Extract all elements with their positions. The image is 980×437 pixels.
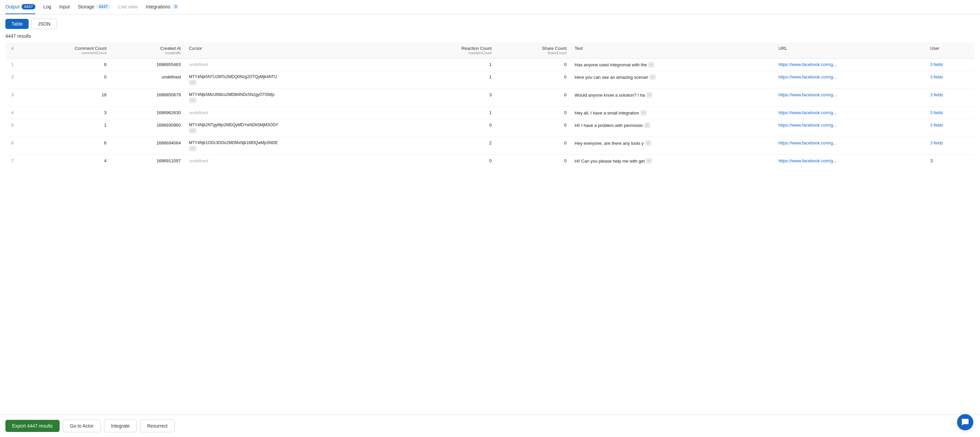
data-table-container: # Comment CountcommentCount Created Atcr… — [0, 42, 980, 415]
cursor-expand-btn[interactable]: ··· — [189, 98, 196, 103]
cell-cursor: MTY4Njk2NTgyMjo2MDQyMDYwNDk5MjM3ODY··· — [185, 119, 408, 137]
cell-num: 2 — [6, 71, 19, 89]
cell-reactioncount: 3 — [408, 89, 496, 107]
tab-log[interactable]: Log — [43, 0, 51, 14]
cell-num: 7 — [6, 155, 19, 167]
cell-reactioncount: 1 — [408, 59, 496, 71]
table-row: 511686930960MTY4Njk2NTgyMjo2MDQyMDYwNDk5… — [6, 119, 975, 137]
text-expand-btn[interactable]: ··· — [646, 158, 652, 164]
text-expand-btn[interactable]: ··· — [641, 110, 647, 116]
tab-integrations[interactable]: Integrations 0 — [146, 0, 180, 14]
cell-url[interactable]: https://www.facebook.com/g... — [775, 119, 926, 137]
cell-user[interactable]: 3 fields — [926, 119, 974, 137]
cell-cursor: undefined — [185, 107, 408, 119]
cell-sharecount: 0 — [496, 59, 571, 71]
cell-text: Hi! I have a problem with permissio ··· — [571, 119, 774, 137]
tab-integrations-badge: 0 — [172, 4, 180, 10]
chat-icon — [961, 418, 969, 426]
text-value: Has anyone used integromat with the — [574, 62, 647, 67]
table-row: 431686962630undefined10Hey all, I have a… — [6, 107, 975, 119]
col-header-cursor: Cursor — [185, 43, 408, 59]
cell-sharecount: 0 — [496, 137, 571, 155]
cell-reactioncount: 0 — [408, 155, 496, 167]
cursor-expand-btn[interactable]: ··· — [189, 146, 196, 151]
text-expand-btn[interactable]: ··· — [646, 92, 652, 98]
col-header-sharecount: Share CountshareCount — [496, 43, 571, 59]
user-fields-badge[interactable]: 3 fields — [930, 92, 943, 97]
resurrect-button[interactable]: Resurrect — [140, 420, 175, 432]
text-expand-btn[interactable]: ··· — [645, 140, 651, 146]
cell-reactioncount: 1 — [408, 71, 496, 89]
cell-commentcount: 0 — [19, 71, 111, 89]
user-fields-badge[interactable]: 3 fields — [930, 75, 943, 79]
json-view-button[interactable]: JSON — [31, 19, 57, 29]
tab-integrations-label: Integrations — [146, 4, 170, 10]
tab-log-label: Log — [43, 4, 51, 10]
tab-storage-badge: 4447 — [96, 4, 110, 10]
text-value: Hi! Can you please help me with get — [574, 159, 644, 164]
tab-liveview: Live view — [118, 0, 138, 14]
text-value: Would anyone know a solution? I ha — [574, 92, 645, 98]
tab-input[interactable]: Input — [59, 0, 70, 14]
cell-cursor: undefined — [185, 155, 408, 167]
cell-reactioncount: 0 — [408, 119, 496, 137]
text-value: Hi! I have a problem with permissio — [574, 123, 643, 128]
user-fields-badge[interactable]: 3 fields — [930, 141, 943, 145]
table-row: 741686911097undefined00Hi! Can you pleas… — [6, 155, 975, 167]
cell-commentcount: 1 — [19, 119, 111, 137]
cell-num: 4 — [6, 107, 19, 119]
cell-user[interactable]: 3 fields — [926, 137, 974, 155]
cell-createdat: 1686911097 — [110, 155, 185, 167]
cursor-expand-btn[interactable]: ··· — [189, 80, 196, 85]
data-table: # Comment CountcommentCount Created Atcr… — [5, 42, 975, 167]
cell-user[interactable]: 3 fields — [926, 107, 974, 119]
cell-reactioncount: 1 — [408, 107, 496, 119]
cell-user[interactable]: 3 fields — [926, 89, 974, 107]
table-header-row: # Comment CountcommentCount Created Atcr… — [6, 43, 975, 59]
cell-user[interactable]: 3 fields — [926, 59, 974, 71]
text-expand-btn[interactable]: ··· — [650, 75, 656, 80]
col-header-text: Text — [571, 43, 774, 59]
cell-cursor: undefined — [185, 59, 408, 71]
cell-url[interactable]: https://www.facebook.com/g... — [775, 59, 926, 71]
cell-cursor: MTY4Njk5NTU2MTo2MDQ0Nzg2OTQyMjk4NTU··· — [185, 71, 408, 89]
cell-user[interactable]: 3 fields — [926, 71, 974, 89]
col-header-num: # — [6, 43, 19, 59]
col-header-commentcount: Comment CountcommentCount — [19, 43, 111, 59]
user-fields-badge[interactable]: 3 fields — [930, 123, 943, 127]
cell-user[interactable]: 3 — [926, 155, 974, 167]
cursor-expand-btn[interactable]: ··· — [189, 128, 196, 133]
cell-createdat: 1686955463 — [110, 59, 185, 71]
view-toolbar: Table JSON — [0, 14, 980, 33]
cell-commentcount: 6 — [19, 137, 111, 155]
table-view-button[interactable]: Table — [5, 19, 29, 29]
cell-sharecount: 0 — [496, 119, 571, 137]
integrate-button[interactable]: Integrate — [104, 420, 137, 432]
table-row: 181686955463undefined10Has anyone used i… — [6, 59, 975, 71]
tabs-nav: Output 4447 Log Input Storage 4447 Live … — [0, 0, 980, 14]
cell-url[interactable]: https://www.facebook.com/g... — [775, 89, 926, 107]
chat-bubble-button[interactable] — [957, 414, 973, 430]
results-count: 4447 results — [0, 33, 980, 42]
cell-text: Hey everyone, are there any tools y ··· — [571, 137, 774, 155]
cell-sharecount: 0 — [496, 71, 571, 89]
cell-url[interactable]: https://www.facebook.com/g... — [775, 155, 926, 167]
user-fields-badge[interactable]: 3 fields — [930, 62, 943, 67]
tab-storage[interactable]: Storage 4447 — [78, 0, 110, 14]
cell-url[interactable]: https://www.facebook.com/g... — [775, 137, 926, 155]
cell-createdat: 1686694064 — [110, 137, 185, 155]
cell-url[interactable]: https://www.facebook.com/g... — [775, 107, 926, 119]
text-expand-btn[interactable]: ··· — [648, 62, 654, 67]
cell-num: 6 — [6, 137, 19, 155]
cell-sharecount: 0 — [496, 155, 571, 167]
cell-text: Would anyone know a solution? I ha ··· — [571, 89, 774, 107]
cell-url[interactable]: https://www.facebook.com/g... — [775, 71, 926, 89]
tab-output[interactable]: Output 4447 — [5, 0, 35, 14]
goto-actor-button[interactable]: Go to Actor — [63, 420, 101, 432]
cell-createdat: undefined — [110, 71, 185, 89]
text-value: Hey everyone, are there any tools y — [574, 141, 644, 146]
user-fields-badge[interactable]: 3 fields — [930, 110, 943, 115]
text-expand-btn[interactable]: ··· — [644, 122, 650, 128]
export-button[interactable]: Export 4447 results — [5, 420, 60, 432]
table-row: 3181686850679MTY4Njk5MzU0Mzo2MDM4NDc5Nzg… — [6, 89, 975, 107]
